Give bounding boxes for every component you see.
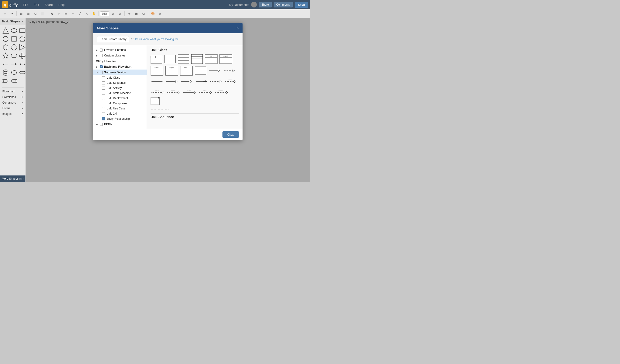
zoom-display[interactable]: 75% [100,11,109,16]
modal-dialog: More Shapes × + Add Custom Library or le… [93,23,243,140]
sidebar-close[interactable]: × [22,20,24,23]
user-label[interactable]: My Documents [229,3,249,7]
sidebar-item-swimlanes[interactable]: Swimlanes × [0,94,25,100]
tree-cb-uml-deployment[interactable] [102,97,105,100]
tree-cb-uml-use-case[interactable] [102,107,105,110]
line-tool[interactable]: ╱ [77,11,83,17]
tree-uml-component[interactable]: UML Component [93,101,147,106]
align-button[interactable]: ⊞ [18,11,25,17]
add-custom-library-button[interactable]: + Add Custom Library [97,36,129,42]
color-button[interactable]: 🎨 [150,11,156,17]
shape-arrow-left[interactable] [2,61,9,68]
avatar[interactable] [251,2,257,7]
tree-uml-10[interactable]: UML 1.0 [93,111,147,116]
undo-button[interactable]: ↩ [1,11,8,17]
sidebar-item-containers[interactable]: Containers × [0,100,25,106]
shape-stadium[interactable] [19,69,26,76]
tree-cb-basic[interactable]: ✓ [100,65,103,68]
connect-tool[interactable]: ⌐ [70,11,76,17]
comments-button[interactable]: Comments [274,2,293,7]
hand-tool[interactable]: ✋ [91,11,97,17]
shape-triangle[interactable] [2,27,9,34]
tree-cb-uml-10[interactable] [102,112,105,115]
zoom-out[interactable]: ⊖ [116,11,123,17]
share-button[interactable]: Share [259,2,272,7]
ellipse-tool[interactable]: ○ [56,11,62,17]
tree-cb-custom[interactable] [100,54,103,57]
sidebar-item-forms[interactable]: Forms × [0,106,25,111]
zoom-in[interactable]: ⊕ [109,11,116,17]
tree-cb-software[interactable] [100,71,103,74]
modal-header: More Shapes × [93,23,243,33]
shape-plus[interactable] [19,52,26,60]
grid-button[interactable]: ⊞ [133,11,140,17]
tree-software-design[interactable]: ▼ Software Design [93,70,147,75]
sidebar-images-close[interactable]: × [21,112,23,116]
redo-button[interactable]: ↪ [8,11,15,17]
let-us-know-link[interactable]: let us know what you're looking for. [135,38,179,41]
menu-help[interactable]: Help [57,2,66,7]
more-shapes-button[interactable]: More Shapes ⊞ ‹ [0,175,25,182]
tree-custom-libraries[interactable]: ▶ Custom Libraries [93,53,147,58]
tree-uml-state-machine[interactable]: UML State Machine [93,91,147,96]
tree-cb-uml-sequence[interactable] [102,81,105,84]
shape-arrow-both[interactable] [19,61,26,68]
shape-star[interactable] [2,52,9,60]
sidebar-containers-close[interactable]: × [21,101,23,104]
tree-cb-uml-activity[interactable] [102,87,105,90]
copy-button[interactable]: ⧉ [32,11,39,17]
shape-cylinder[interactable] [2,69,9,76]
sidebar-item-images[interactable]: Images × [0,111,25,117]
tree-cb-favorites[interactable] [100,48,103,52]
layers-button[interactable]: ⧉ [140,11,147,17]
menu-share[interactable]: Share [43,2,55,7]
text-tool[interactable]: A [48,11,55,17]
menu-edit[interactable]: Edit [32,2,41,7]
modal-close-button[interactable]: × [236,26,239,30]
style-button[interactable]: ◈ [157,11,163,17]
paste-button[interactable]: ⬜ [39,11,46,17]
shape-square[interactable] [10,35,18,43]
shape-chevron-right[interactable] [2,77,9,85]
shape-triangle-right[interactable] [19,44,26,51]
tree-cb-uml-component[interactable] [102,102,105,105]
sidebar-flowchart-close[interactable]: × [21,90,23,93]
shape-rect[interactable] [19,27,26,34]
tree-uml-use-case[interactable]: UML Use Case [93,106,147,111]
shape-rounded-rect[interactable] [10,52,18,60]
tree-uml-sequence[interactable]: UML Sequence [93,80,147,85]
shape-chevron-left[interactable] [10,77,18,85]
sidebar-forms-close[interactable]: × [21,107,23,110]
shape-octagon[interactable] [10,44,18,51]
okay-button[interactable]: Okay [222,131,239,138]
shape-arrow-right[interactable] [10,61,18,68]
sidebar-collapse-icon[interactable]: ‹ [23,177,24,180]
tree-cb-uml-class[interactable] [102,76,105,79]
add-button[interactable]: ＋ [126,11,133,17]
shape-hexagon[interactable] [2,44,9,51]
tree-bpmn[interactable]: ▶ BPMN [93,121,147,127]
svg-text:<<i>>: <<i>> [203,90,207,91]
sidebar-swimlanes-close[interactable]: × [21,95,23,99]
tree-favorite-libraries[interactable]: ▶ Favorite Libraries [93,47,147,53]
uml-shape-7: <<dt>> [151,66,163,76]
shape-pentagon[interactable] [19,35,26,43]
select-tool[interactable]: ↖ [84,11,90,17]
tree-cb-uml-state[interactable] [102,92,105,95]
tree-cb-entity-rel[interactable]: ✓ [102,117,105,121]
tree-label-uml-10: UML 1.0 [107,112,117,115]
shape-ellipse[interactable] [10,27,18,34]
shape-parallelogram[interactable] [10,69,18,76]
tree-entity-relationship[interactable]: ✓ Entity-Relationship [93,116,147,121]
tree-uml-class[interactable]: UML Class [93,75,147,80]
save-button[interactable]: Save [294,2,308,8]
group-button[interactable]: ▦ [25,11,31,17]
tree-basic-flowchart[interactable]: ▶ ✓ Basic and Flowchart [93,64,147,70]
rect-tool[interactable]: ▭ [62,11,69,17]
sidebar-item-flowchart[interactable]: Flowchart × [0,89,25,94]
tree-uml-deployment[interactable]: UML Deployment [93,96,147,101]
tree-cb-bpmn[interactable] [100,123,103,126]
shape-circle[interactable] [2,35,9,43]
tree-uml-activity[interactable]: UML Activity [93,85,147,91]
menu-file[interactable]: File [21,2,30,7]
